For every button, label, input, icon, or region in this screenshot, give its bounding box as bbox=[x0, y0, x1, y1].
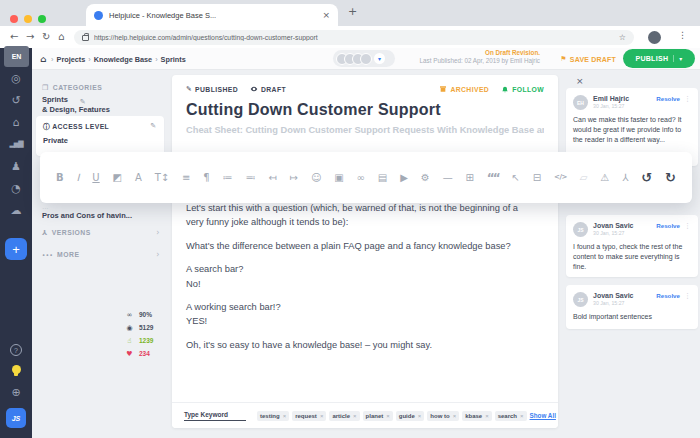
unordered-list-icon[interactable]: ≕ bbox=[245, 173, 255, 183]
remove-tag-icon[interactable]: × bbox=[453, 413, 457, 419]
tag-pill[interactable]: testing× bbox=[257, 411, 289, 421]
widget-icon[interactable]: ⚙ bbox=[421, 173, 430, 183]
resolve-link[interactable]: Resolve bbox=[656, 292, 680, 299]
publish-chevron-icon[interactable]: ▾ bbox=[673, 55, 682, 62]
show-all-link[interactable]: Show All bbox=[530, 412, 556, 419]
comment-menu-icon[interactable]: ⋮ bbox=[684, 292, 691, 300]
tag-pill[interactable]: article× bbox=[329, 411, 359, 421]
underline-icon[interactable]: U bbox=[92, 173, 99, 183]
image-icon[interactable]: ▣ bbox=[334, 173, 343, 183]
article-subtitle[interactable]: Cheat Sheet: Cutting Down Customer Suppo… bbox=[186, 125, 544, 135]
merge-icon[interactable]: ⅄ bbox=[622, 173, 628, 183]
paragraph-icon[interactable]: ¶ bbox=[203, 173, 209, 183]
traffic-lights[interactable] bbox=[10, 9, 52, 27]
file-icon[interactable]: ▤ bbox=[378, 173, 387, 183]
comment-card[interactable]: JS Jovan Savic 30 Jan, 15:27 Resolve ⋮ B… bbox=[566, 285, 698, 329]
table-icon[interactable]: ⊞ bbox=[466, 173, 474, 183]
browser-menu-icon[interactable]: ⋮ bbox=[678, 30, 687, 40]
article-body[interactable]: Let's start this with a question (which,… bbox=[186, 201, 528, 361]
tag-pill[interactable]: planet× bbox=[363, 411, 393, 421]
more-row[interactable]: ••• MORE › bbox=[42, 250, 160, 259]
users-icon[interactable]: ♟ bbox=[11, 160, 21, 173]
folder-icon[interactable]: ⊟ bbox=[533, 173, 541, 183]
align-icon[interactable]: ≡ bbox=[182, 173, 190, 183]
draft-toggle[interactable]: DRAFT bbox=[250, 85, 286, 93]
home-icon[interactable]: ⌂ bbox=[40, 54, 46, 64]
globe-icon[interactable]: ⊕ bbox=[11, 386, 20, 399]
cursor-icon[interactable]: ↖ bbox=[511, 173, 519, 183]
remove-tag-icon[interactable]: × bbox=[320, 413, 324, 419]
tag-pill[interactable]: kbase× bbox=[462, 411, 492, 421]
comment-menu-icon[interactable]: ⋮ bbox=[684, 222, 691, 230]
related-article-link[interactable]: Pros and Cons of havin... bbox=[42, 211, 132, 221]
video-icon[interactable]: ▶ bbox=[400, 173, 408, 183]
published-toggle[interactable]: ✎ PUBLISHED bbox=[186, 85, 238, 93]
tag-pill[interactable]: how to× bbox=[427, 411, 459, 421]
reports-icon[interactable]: ◔ bbox=[11, 182, 21, 195]
comment-menu-icon[interactable]: ⋮ bbox=[684, 95, 691, 103]
analytics-icon[interactable]: ▂▅▇ bbox=[9, 138, 22, 151]
back-icon[interactable]: ← bbox=[10, 31, 18, 42]
category-item[interactable]: & Design, Features bbox=[42, 105, 110, 115]
forward-icon[interactable]: → bbox=[26, 31, 34, 42]
versions-row[interactable]: ⅄ VERSIONS › bbox=[42, 228, 160, 237]
undo-icon[interactable]: ↺ bbox=[641, 171, 652, 184]
remove-tag-icon[interactable]: × bbox=[386, 413, 390, 419]
archived-button[interactable]: ARCHIVED bbox=[439, 85, 489, 93]
zoom-window-button[interactable] bbox=[38, 15, 46, 23]
close-comments-icon[interactable]: × bbox=[576, 76, 584, 86]
logo-icon[interactable]: ◎ bbox=[11, 72, 21, 85]
article-title[interactable]: Cutting Down Customer Support bbox=[186, 101, 441, 119]
remove-tag-icon[interactable]: × bbox=[353, 413, 357, 419]
remove-tag-icon[interactable]: × bbox=[283, 413, 287, 419]
new-tab-button[interactable]: + bbox=[348, 5, 357, 18]
history-icon[interactable]: ↺ bbox=[11, 94, 20, 107]
code-icon[interactable]: </> bbox=[554, 174, 567, 181]
tag-pill[interactable]: search× bbox=[495, 411, 527, 421]
horizontal-rule-icon[interactable]: — bbox=[443, 173, 453, 183]
clear-format-icon[interactable]: ▱ bbox=[580, 173, 588, 183]
browser-home-icon[interactable]: ⌂ bbox=[58, 31, 64, 42]
resolve-link[interactable]: Resolve bbox=[656, 95, 680, 102]
close-window-button[interactable] bbox=[10, 15, 18, 23]
browser-tab[interactable]: Helpjuice - Knowledge Base S... × bbox=[86, 4, 338, 26]
link-icon[interactable]: ∞ bbox=[357, 173, 365, 183]
keyword-input[interactable]: Type Keyword bbox=[184, 411, 246, 421]
breadcrumb-item[interactable]: ›Sprints bbox=[152, 55, 186, 64]
breadcrumb-item[interactable]: ›Projects bbox=[48, 55, 85, 64]
home-icon[interactable]: ⌂ bbox=[13, 116, 20, 129]
minimize-window-button[interactable] bbox=[24, 15, 32, 23]
add-new-button[interactable]: + bbox=[5, 238, 27, 260]
emoji-icon[interactable]: ☺ bbox=[311, 173, 321, 183]
bookmark-star-icon[interactable]: ☆ bbox=[619, 33, 626, 42]
remove-tag-icon[interactable]: × bbox=[418, 413, 422, 419]
resolve-link[interactable]: Resolve bbox=[656, 222, 680, 229]
publish-button[interactable]: PUBLISH ▾ bbox=[623, 49, 695, 68]
breadcrumb-item[interactable]: ›Knowledge Base bbox=[85, 55, 152, 64]
ordered-list-icon[interactable]: ≔ bbox=[223, 173, 233, 183]
quote-icon[interactable]: ““ bbox=[487, 172, 499, 184]
text-color-icon[interactable]: A bbox=[135, 173, 142, 183]
reload-icon[interactable]: ↻ bbox=[42, 31, 50, 42]
user-avatar[interactable]: JS bbox=[6, 408, 26, 428]
address-bar[interactable]: https://help.helpjuice.com/admin/questio… bbox=[74, 30, 634, 45]
bold-icon[interactable]: B bbox=[56, 173, 64, 183]
remove-tag-icon[interactable]: × bbox=[520, 413, 524, 419]
idea-icon[interactable] bbox=[12, 365, 21, 374]
category-item[interactable]: Sprints bbox=[42, 95, 110, 105]
indent-icon[interactable]: ↦ bbox=[290, 173, 298, 183]
help-icon[interactable]: ? bbox=[10, 344, 22, 356]
fill-color-icon[interactable]: ◩ bbox=[113, 173, 122, 183]
edit-access-icon[interactable]: ✎ bbox=[150, 122, 156, 130]
italic-icon[interactable]: I bbox=[77, 173, 80, 183]
remove-tag-icon[interactable]: × bbox=[485, 413, 489, 419]
tag-pill[interactable]: guide× bbox=[396, 411, 425, 421]
comment-card[interactable]: JS Jovan Savic 30 Jan, 15:27 Resolve ⋮ I… bbox=[566, 215, 698, 277]
url-text[interactable]: https://help.helpjuice.com/admin/questio… bbox=[94, 34, 613, 41]
tag-pill[interactable]: request× bbox=[292, 411, 326, 421]
browser-profile-avatar[interactable] bbox=[648, 31, 661, 44]
save-draft-button[interactable]: ⚑ SAVE DRAFT bbox=[560, 48, 616, 70]
font-size-icon[interactable]: T↕ bbox=[155, 173, 170, 183]
cloud-upload-icon[interactable]: ☁ bbox=[11, 204, 22, 217]
warning-icon[interactable]: ⚠ bbox=[600, 173, 609, 183]
